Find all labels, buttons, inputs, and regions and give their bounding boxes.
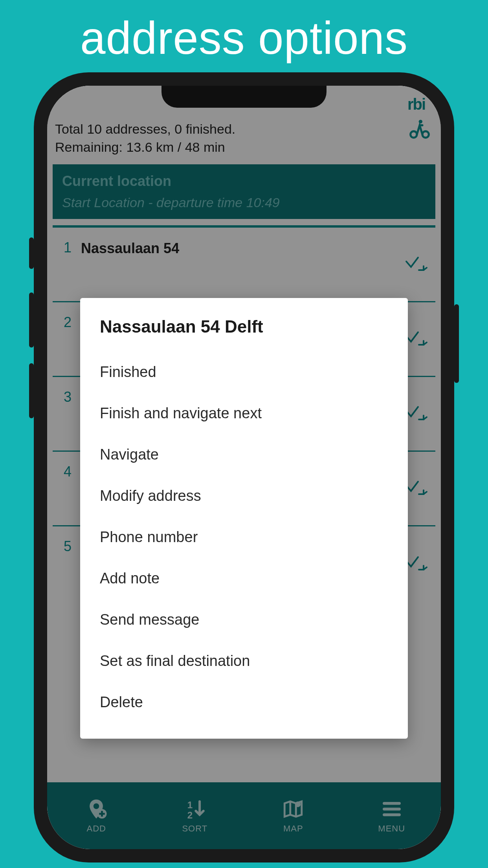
app-screen: rbi Total 10 addresses, 0 finished. Rema… [47,86,441,849]
phone-volume-down [29,363,34,418]
modal-item-final-destination[interactable]: Set as final destination [100,640,388,682]
promo-title: address options [0,0,488,72]
phone-side-button [29,237,34,269]
modal-item-finished[interactable]: Finished [100,351,388,393]
modal-item-delete[interactable]: Delete [100,682,388,723]
modal-title: Nassaulaan 54 Delft [100,317,388,337]
modal-item-finish-navigate[interactable]: Finish and navigate next [100,393,388,434]
phone-volume-up [29,292,34,348]
address-options-modal: Nassaulaan 54 Delft Finished Finish and … [80,298,408,739]
modal-item-phone-number[interactable]: Phone number [100,517,388,558]
modal-item-navigate[interactable]: Navigate [100,434,388,475]
phone-power-button [454,304,459,383]
phone-frame: rbi Total 10 addresses, 0 finished. Rema… [34,72,454,862]
modal-item-add-note[interactable]: Add note [100,558,388,599]
modal-item-modify-address[interactable]: Modify address [100,475,388,517]
modal-item-send-message[interactable]: Send message [100,599,388,640]
